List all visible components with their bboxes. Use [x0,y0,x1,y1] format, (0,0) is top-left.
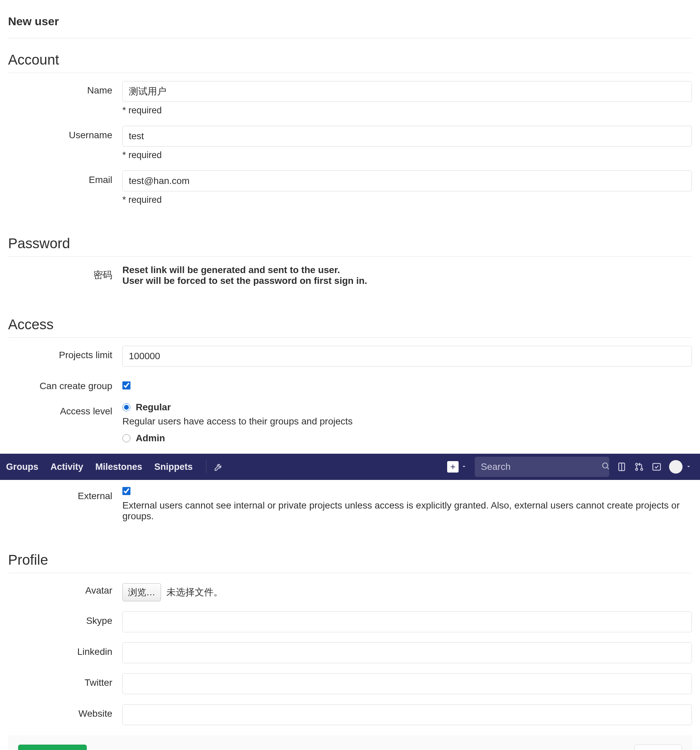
search-input[interactable] [481,461,601,472]
username-input[interactable] [122,126,692,147]
email-label: Email [8,171,122,185]
avatar-label: Avatar [8,581,122,596]
svg-rect-7 [653,463,661,470]
email-input[interactable] [122,171,692,191]
access-level-regular-desc: Regular users have access to their group… [122,416,692,427]
svg-point-5 [636,468,637,470]
user-menu[interactable] [669,460,692,473]
twitter-input[interactable] [122,673,692,694]
chevron-down-icon [685,461,692,472]
nav-groups[interactable]: Groups [0,454,45,480]
account-heading: Account [8,52,692,73]
wrench-icon[interactable] [214,462,223,472]
access-level-admin-label: Admin [136,433,165,443]
skype-input[interactable] [122,612,692,632]
linkedin-input[interactable] [122,642,692,663]
nav-activity[interactable]: Activity [45,454,89,480]
new-dropdown[interactable] [447,461,467,473]
cancel-button[interactable]: Cancel [634,745,682,750]
email-required-hint: * required [122,195,692,205]
access-level-admin-radio[interactable] [122,434,130,442]
twitter-label: Twitter [8,673,122,688]
avatar-browse-button[interactable]: 浏览… [122,583,161,601]
projects-limit-input[interactable] [122,346,692,367]
nav-snippets[interactable]: Snippets [148,454,199,480]
merge-requests-icon[interactable] [634,462,644,472]
password-info-line1: Reset link will be generated and sent to… [122,265,692,275]
profile-heading: Profile [8,552,692,573]
name-required-hint: * required [122,105,692,116]
search-wrap[interactable] [475,457,609,477]
svg-line-1 [607,467,609,469]
svg-point-0 [602,463,608,468]
plus-icon [447,461,459,473]
external-desc: External users cannot see internal or pr… [122,500,692,522]
projects-limit-label: Projects limit [8,346,122,361]
nav-milestones[interactable]: Milestones [89,454,149,480]
access-level-label: Access level [8,402,122,417]
avatar-file-status: 未选择文件。 [166,587,223,597]
todos-icon[interactable] [652,462,662,472]
svg-point-4 [636,463,637,465]
username-label: Username [8,126,122,141]
external-label: External [8,487,122,501]
avatar [669,460,683,473]
name-input[interactable] [122,81,692,102]
website-input[interactable] [122,704,692,725]
website-label: Website [8,704,122,719]
top-navbar: Groups Activity Milestones Snippets [0,454,700,480]
external-checkbox[interactable] [122,487,130,495]
page-title: New user [8,8,692,38]
password-info-line2: User will be forced to set the password … [122,275,692,286]
access-level-regular-radio[interactable] [122,403,130,411]
access-level-regular-label: Regular [136,402,171,412]
skype-label: Skype [8,612,122,626]
access-heading: Access [8,317,692,338]
name-label: Name [8,81,122,96]
linkedin-label: Linkedin [8,642,122,657]
can-create-group-checkbox[interactable] [122,381,130,389]
password-label: 密码 [8,265,122,281]
can-create-group-label: Can create group [8,377,122,392]
nav-separator [206,460,206,473]
svg-point-6 [640,468,643,470]
chevron-down-icon [461,461,467,472]
issues-icon[interactable] [617,462,627,472]
form-footer: Create user Cancel [8,735,692,750]
username-required-hint: * required [122,150,692,160]
search-icon [601,461,610,473]
create-user-button[interactable]: Create user [18,745,87,750]
password-heading: Password [8,235,692,257]
